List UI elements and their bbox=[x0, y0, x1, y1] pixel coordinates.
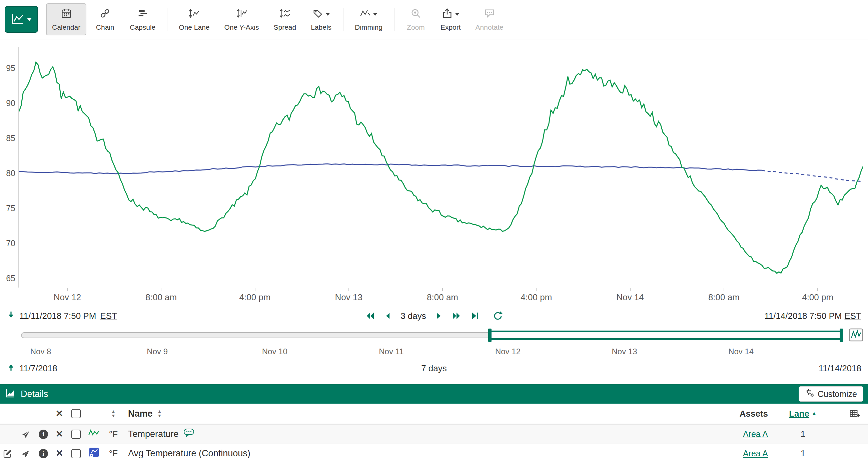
toolbar-calendar-button[interactable]: Calendar bbox=[46, 3, 86, 35]
toolbar-separator bbox=[343, 8, 343, 31]
trend-series[interactable] bbox=[762, 171, 863, 181]
toolbar-button-label: Export bbox=[440, 23, 461, 31]
remove-row-icon[interactable]: ✕ bbox=[56, 449, 63, 458]
step-backward-button[interactable] bbox=[384, 311, 392, 321]
toolbar-separator bbox=[167, 8, 167, 31]
sort-type-icon[interactable]: ▲▼ bbox=[111, 409, 116, 418]
overview-axis-label: Nov 9 bbox=[147, 347, 168, 356]
toolbar-capsule-button[interactable]: Capsule bbox=[124, 3, 161, 35]
continuous-condition-icon bbox=[89, 447, 99, 460]
slider-left-handle[interactable] bbox=[488, 328, 492, 342]
investigate-range-duration[interactable]: 7 days bbox=[421, 363, 447, 373]
worksheet-view-button[interactable] bbox=[5, 6, 38, 33]
zoom-icon bbox=[410, 8, 422, 21]
x-axis-label: 8:00 am bbox=[427, 292, 458, 302]
details-panel-title: Details bbox=[21, 389, 48, 399]
sort-lane-ascending-icon[interactable]: ▲ bbox=[811, 410, 817, 417]
toolbar-button-label: One Y-Axis bbox=[224, 23, 259, 31]
toolbar-spread-button[interactable]: Spread bbox=[268, 3, 302, 35]
toolbar-separator bbox=[394, 8, 395, 31]
x-axis-label: 4:00 pm bbox=[521, 292, 552, 302]
row-checkbox[interactable] bbox=[71, 449, 81, 458]
timezone-link[interactable]: EST bbox=[100, 311, 117, 321]
column-picker-icon[interactable] bbox=[849, 409, 860, 419]
toolbar-button-label: Labels bbox=[311, 23, 332, 31]
x-axis-label: Nov 12 bbox=[54, 292, 81, 302]
trend-chart-icon bbox=[11, 13, 24, 26]
x-axis-label: 4:00 pm bbox=[240, 292, 271, 302]
asset-link[interactable]: Area A bbox=[743, 429, 768, 439]
table-row: i ✕ °F Temperature Area A 1 bbox=[0, 424, 868, 444]
display-range-end: 11/14/2018 7:50 PM bbox=[764, 311, 842, 321]
toolbar-annotate-button: Annotate bbox=[469, 3, 509, 35]
investigate-slider-selection[interactable] bbox=[490, 330, 841, 340]
x-axis: Nov 128:00 am4:00 pmNov 138:00 am4:00 pm… bbox=[18, 288, 863, 306]
trend-series[interactable] bbox=[19, 62, 863, 273]
select-all-checkbox[interactable] bbox=[71, 409, 81, 418]
overview-axis: Nov 8Nov 9Nov 10Nov 11Nov 12Nov 13Nov 14 bbox=[21, 346, 842, 359]
y-axis-label: 70 bbox=[0, 238, 16, 248]
capsule-time-icon bbox=[137, 8, 148, 21]
annotate-icon bbox=[484, 8, 495, 21]
remove-all-icon[interactable]: ✕ bbox=[56, 409, 63, 418]
x-axis-tick bbox=[630, 288, 630, 291]
navigate-icon[interactable] bbox=[20, 449, 30, 459]
customize-button[interactable]: Customize bbox=[799, 386, 863, 402]
toolbar-export-button[interactable]: Export bbox=[434, 3, 467, 35]
details-table-header: ✕ ▲▼ Name▲▼ Assets Lane▲ bbox=[0, 404, 868, 424]
overview-axis-label: Nov 10 bbox=[262, 347, 287, 356]
fast-forward-button[interactable] bbox=[452, 311, 462, 321]
lane-column-header[interactable]: Lane bbox=[789, 409, 809, 419]
comment-bubble-icon[interactable] bbox=[183, 428, 195, 440]
y-axis-label: 65 bbox=[0, 273, 16, 283]
overview-axis-label: Nov 12 bbox=[495, 347, 521, 356]
toolbar-button-label: Spread bbox=[273, 23, 296, 31]
toolbar-zoom-button: Zoom bbox=[400, 3, 432, 35]
toolbar-chain-button[interactable]: Chain bbox=[89, 3, 121, 35]
timezone-link[interactable]: EST bbox=[844, 311, 861, 321]
skip-to-end-button[interactable] bbox=[470, 311, 479, 321]
info-icon[interactable]: i bbox=[39, 449, 48, 458]
auto-update-button[interactable] bbox=[493, 311, 503, 321]
step-forward-button[interactable] bbox=[435, 311, 443, 321]
remove-row-icon[interactable]: ✕ bbox=[56, 430, 63, 439]
one-lane-icon bbox=[188, 8, 200, 21]
x-axis-tick bbox=[723, 288, 724, 291]
signal-icon bbox=[88, 428, 100, 440]
signal-name: Avg Temperature (Continuous) bbox=[128, 448, 250, 459]
overview-chart-icon[interactable] bbox=[849, 328, 863, 344]
x-axis-label: 8:00 am bbox=[708, 292, 740, 302]
y-axis-label: 75 bbox=[0, 203, 16, 213]
toolbar-one-lane-button[interactable]: One Lane bbox=[173, 3, 215, 35]
sort-name-icon[interactable]: ▲▼ bbox=[157, 409, 162, 418]
slider-right-handle[interactable] bbox=[840, 328, 843, 342]
toolbar-labels-button[interactable]: Labels bbox=[305, 3, 338, 35]
dimming-icon bbox=[360, 8, 371, 21]
fast-backward-button[interactable] bbox=[365, 311, 375, 321]
y-axis: 95908580757065 bbox=[0, 47, 16, 288]
lane-value: 1 bbox=[788, 448, 818, 459]
row-checkbox[interactable] bbox=[71, 430, 81, 439]
toolbar-dimming-button[interactable]: Dimming bbox=[349, 3, 389, 35]
display-range-duration[interactable]: 3 days bbox=[401, 311, 426, 321]
toolbar-one-y-axis-button[interactable]: One Y-Axis bbox=[218, 3, 265, 35]
assets-column-header: Assets bbox=[740, 409, 768, 419]
investigate-start-arrow-icon[interactable] bbox=[7, 363, 16, 374]
trend-chart[interactable] bbox=[18, 47, 863, 288]
unit-label: °F bbox=[103, 448, 123, 459]
investigate-slider-track[interactable] bbox=[21, 332, 842, 338]
navigate-icon[interactable] bbox=[20, 429, 30, 439]
toolbar-button-label: Zoom bbox=[407, 23, 425, 31]
x-axis-tick bbox=[536, 288, 536, 291]
trend-series[interactable] bbox=[19, 164, 762, 174]
asset-link[interactable]: Area A bbox=[743, 449, 768, 458]
edit-icon[interactable] bbox=[3, 449, 13, 459]
toolbar-button-label: One Lane bbox=[179, 23, 209, 31]
calendar-icon bbox=[61, 8, 72, 21]
x-axis-label: Nov 13 bbox=[335, 292, 363, 302]
overview-axis-label: Nov 13 bbox=[612, 347, 637, 356]
toolbar-button-label: Annotate bbox=[475, 23, 503, 31]
range-start-arrow-icon[interactable] bbox=[7, 311, 16, 322]
signal-name: Temperature bbox=[128, 429, 179, 439]
info-icon[interactable]: i bbox=[39, 430, 48, 439]
